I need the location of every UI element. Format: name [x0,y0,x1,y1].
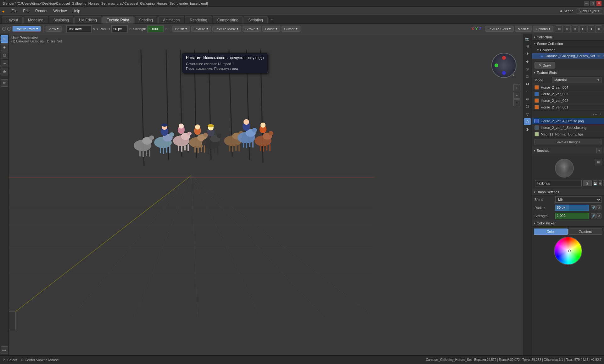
view-prop-icon[interactable]: 👁 [524,50,531,57]
output-prop-icon[interactable]: 🖥 [524,43,531,50]
texture-slots-btn[interactable]: Texture Slots ▾ [485,26,514,32]
carousel-collection-item[interactable]: ◈ Carousel_Galloping_Horses_Set 👁 ⊙ [532,53,604,59]
view-btn[interactable]: View ▾ [46,26,62,32]
falloff-btn[interactable]: Falloff ▾ [262,26,280,32]
image-slot-specular[interactable]: Horse_2_var_4_Specular.png [532,124,604,131]
nav-gizmo[interactable]: ⊕ [491,53,517,78]
render-prop-icon[interactable]: 📷 [524,35,531,42]
brush-copy-btn[interactable]: ⊕ [599,180,602,186]
eye-icon[interactable]: 👁 [597,54,601,58]
minimize-button[interactable]: ─ [584,1,589,6]
radius-reset-btn[interactable]: ↺ [596,205,601,210]
zoom-in-btn[interactable]: + [513,84,520,91]
material-preview-btn[interactable]: ◑ [587,25,594,32]
tab-compositing[interactable]: Compositing [213,16,243,24]
menu-help[interactable]: Help [70,8,83,14]
radius-input[interactable] [111,25,128,32]
gizmo-btn[interactable]: ⊕ [564,25,571,32]
texture-paint-mode-btn[interactable]: Texture Paint ▾ [12,26,41,32]
add-slot-icon[interactable]: + [599,111,601,117]
viewport-shading-btn[interactable]: ● [572,25,579,32]
collection-section-header[interactable]: ▾ Collection [532,34,604,41]
color-tab-color[interactable]: Color [534,229,568,235]
modifier-prop-icon[interactable]: ⧓ [524,80,531,87]
texture-slot-horse4[interactable]: Horse_2_var_004 [532,84,604,91]
brush-settings-header[interactable]: ▾ Brush Settings [532,189,604,196]
data-prop-icon[interactable]: ▽ [524,111,531,118]
radius-lock-btn[interactable]: 🔗 [591,205,596,210]
add-brush-btn[interactable]: + [596,148,602,153]
image-slot-normal[interactable]: Map_11_Normal_Bump.tga [532,131,604,138]
tab-animation[interactable]: Animation [158,16,184,24]
brush-number-field[interactable] [583,180,592,186]
tab-texture-paint[interactable]: Texture Paint [102,16,134,24]
brush-name-field[interactable] [535,180,582,186]
color-tab-gradient[interactable]: Gradient [568,229,602,235]
maximize-button[interactable]: □ [590,1,595,6]
select-icon[interactable]: ⊙ [602,54,604,58]
strength-value-field[interactable]: 1.000 [555,213,589,219]
shading-prop-icon[interactable]: ◑ [524,126,531,133]
strength-input[interactable] [147,25,164,32]
tab-scripting[interactable]: Scripting [243,16,268,24]
material-prop-icon[interactable]: ⬡ [524,118,531,125]
brush-save-btn[interactable]: 💾 [593,180,597,186]
world-prop-icon[interactable]: ◎ [524,65,531,72]
menu-render[interactable]: Render [33,8,50,14]
add-workspace-button[interactable]: + [268,16,275,23]
texture-slot-horse2[interactable]: Horse_2_var_002 [532,97,604,104]
mask-btn[interactable]: Mask ▾ [515,26,532,32]
tab-uv-editing[interactable]: UV Editing [74,16,102,24]
cursor-btn[interactable]: Cursor ▾ [282,26,300,32]
zoom-out-btn[interactable]: − [513,92,520,99]
close-button[interactable]: ✕ [596,1,601,6]
gizmo-circle[interactable]: ⊕ [491,53,517,78]
stroke-btn[interactable]: Stroke ▾ [243,26,261,32]
radius-value-field[interactable]: 50 px [555,205,589,211]
draw-button[interactable]: ✎ Draw [534,62,555,69]
tool-clone[interactable]: ⊕ [1,68,8,75]
color-wheel[interactable] [554,237,582,265]
brush-name-input[interactable] [66,25,92,32]
tool-smear[interactable]: ⋯ [1,60,8,67]
tool-transform[interactable]: ⟷ [1,346,8,354]
menu-file[interactable]: File [9,8,20,14]
image-slot-diffuse[interactable]: Horse_2_var_4_Diffuse.png [532,118,604,124]
menu-edit[interactable]: Edit [20,8,32,14]
texture-mask-btn[interactable]: Texture Mask ▾ [212,26,241,32]
object-prop-icon[interactable]: □ [524,73,531,80]
tab-rendering[interactable]: Rendering [185,16,212,24]
menu-window[interactable]: Window [51,8,69,14]
tool-texdraw[interactable]: ✎ [1,35,8,43]
brush-btn[interactable]: Brush ▾ [172,26,190,32]
texture-slot-horse1[interactable]: Horse_2_var_001 [532,104,604,111]
tool-fill[interactable]: ◈ [1,43,8,51]
view-fit-btn[interactable]: ⊡ [513,99,520,106]
rendered-preview-btn[interactable]: ◉ [595,25,602,32]
thumbnail-1[interactable] [9,311,16,330]
view-layer-dropdown-icon[interactable]: ▾ [598,9,599,13]
brush-settings-expand-btn[interactable]: ⊞ [595,159,602,165]
texture-slot-horse3[interactable]: Horse_2_var_003 [532,91,604,97]
strength-lock-btn[interactable]: 🔗 [591,213,596,218]
texture-slots-header[interactable]: ▾ Texture Slots [532,69,604,76]
tab-sculpting[interactable]: Sculpting [49,16,74,24]
tab-layout[interactable]: Layout [2,16,23,24]
tab-shading[interactable]: Shading [134,16,158,24]
viewport-overlay-btn[interactable]: ⊞ [556,25,563,32]
constraints-prop-icon[interactable]: ⛓ [524,103,531,110]
scene-prop-icon[interactable]: ◆ [524,58,531,65]
blend-dropdown[interactable]: Mix Add Subtract Multiply [555,196,601,203]
save-all-btn[interactable]: Save All Images [534,139,601,145]
render-mode-btn[interactable]: ◐ [579,25,586,32]
strength-reset-btn[interactable]: ↺ [596,213,601,218]
viewport[interactable]: User Perspective (1) Carousel_Galloping_… [9,34,523,355]
brushes-section-header[interactable]: ▾ Brushes + [532,146,604,155]
texture-mode-dropdown[interactable]: Material ▾ [552,77,601,83]
tool-annotate[interactable]: ✏ [1,79,8,87]
tab-modeling[interactable]: Modeling [23,16,48,24]
tool-mask[interactable]: ⬡ [1,52,8,59]
texture-btn[interactable]: Texture ▾ [191,26,211,32]
color-picker-header[interactable]: ▾ Color Picker [532,220,604,227]
particles-prop-icon[interactable]: ⁖ [524,88,531,95]
